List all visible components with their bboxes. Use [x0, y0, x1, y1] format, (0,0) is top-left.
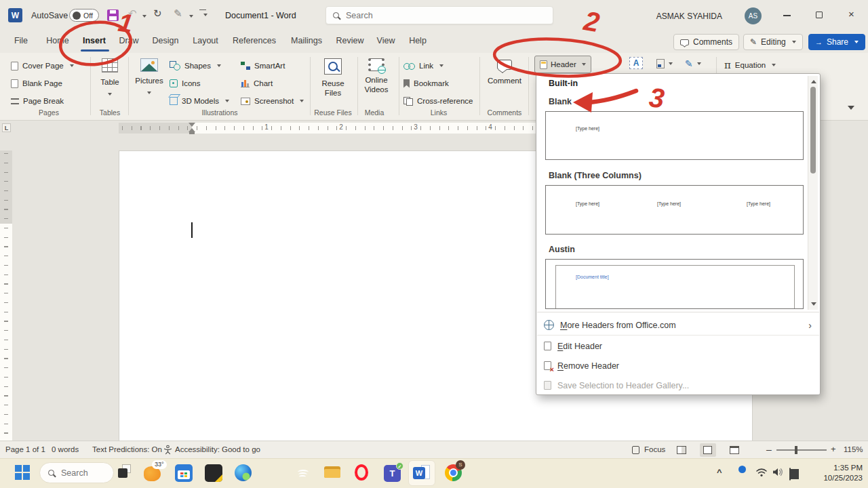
pen-chevron-icon[interactable] — [189, 15, 193, 18]
redo-icon[interactable]: ↻ — [153, 7, 162, 20]
table-button[interactable]: Table — [94, 58, 126, 98]
signature-line-button[interactable]: ✎ — [685, 58, 701, 69]
edge-icon[interactable] — [235, 464, 252, 481]
scroll-down-icon[interactable] — [811, 302, 816, 306]
speaker-icon[interactable] — [772, 467, 783, 477]
equation-button[interactable]: π Equation — [724, 57, 776, 73]
scrollbar-thumb[interactable] — [810, 87, 816, 174]
scroll-up-icon[interactable] — [811, 80, 816, 83]
comment-button[interactable]: Comment — [484, 60, 526, 85]
zoom-in-button[interactable]: + — [831, 444, 836, 454]
tab-file[interactable]: File — [14, 36, 28, 45]
shapes-button[interactable]: Shapes — [170, 57, 229, 75]
cover-page-button[interactable]: Cover Page — [11, 57, 87, 75]
editing-mode-button[interactable]: ✎ Editing — [743, 34, 803, 50]
search-input[interactable] — [344, 10, 546, 21]
text-predictions-status[interactable]: Text Predictions: On — [92, 445, 162, 453]
first-line-indent-marker[interactable] — [189, 123, 195, 127]
zoom-slider-thumb[interactable] — [795, 446, 797, 454]
collapse-ribbon-chevron-icon[interactable] — [848, 106, 854, 110]
save-icon[interactable] — [107, 9, 119, 21]
word-taskbar-icon[interactable]: W — [413, 467, 425, 479]
remove-header-label: emove Header — [564, 361, 619, 371]
tab-home[interactable]: Home — [46, 36, 68, 45]
opera-icon[interactable] — [355, 464, 368, 481]
more-headers-mnemonic: M — [560, 321, 567, 330]
avatar[interactable]: AS — [745, 7, 762, 24]
page-indicator[interactable]: Page 1 of 1 — [5, 445, 45, 453]
gallery-scrollbar[interactable] — [808, 76, 818, 310]
tray-expand-icon[interactable]: ^ — [717, 467, 722, 477]
cross-reference-button[interactable]: Cross-reference — [403, 92, 473, 110]
teams-icon[interactable]: T ✓ — [384, 465, 401, 482]
zoom-slider-track[interactable] — [776, 449, 827, 451]
zoom-percentage[interactable]: 115% — [844, 445, 863, 453]
menu-item-more-headers[interactable]: More Headers from Office.com › — [536, 315, 820, 335]
tab-layout[interactable]: Layout — [193, 36, 218, 45]
tab-design[interactable]: Design — [153, 36, 179, 45]
icons-button[interactable]: Icons — [170, 75, 229, 92]
reuse-files-button[interactable]: ReuseFiles — [315, 58, 351, 98]
comments-button[interactable]: Comments — [673, 34, 739, 50]
taskbar-clock[interactable]: 1:35 PM 10/25/2023 — [811, 463, 863, 483]
text-box-button[interactable]: A — [629, 57, 643, 69]
quick-parts-button[interactable] — [656, 59, 673, 68]
tab-draw[interactable]: Draw — [119, 36, 138, 45]
tab-help[interactable]: Help — [409, 36, 427, 45]
pictures-button[interactable]: Pictures — [132, 58, 166, 97]
restore-icon[interactable] — [816, 12, 823, 18]
chrome-profile-icon[interactable]: S — [445, 464, 462, 481]
tab-references[interactable]: References — [233, 36, 276, 45]
link-button[interactable]: Link — [403, 57, 473, 75]
left-indent-marker[interactable] — [189, 132, 195, 134]
tab-view[interactable]: View — [377, 36, 395, 45]
smartart-button[interactable]: SmartArt — [241, 57, 304, 75]
close-icon[interactable]: × — [848, 8, 854, 20]
wifi-icon[interactable] — [755, 468, 768, 477]
gallery-item-blank[interactable] — [545, 111, 804, 160]
tab-insert[interactable]: Insert — [83, 36, 106, 45]
3d-models-button[interactable]: 3D Models — [170, 92, 229, 110]
table-chevron-icon — [108, 93, 112, 96]
task-view-icon[interactable] — [118, 468, 127, 478]
gallery-item-three-columns[interactable] — [545, 185, 804, 235]
word-count[interactable]: 0 words — [52, 445, 79, 453]
vertical-ruler-ticks — [4, 153, 8, 438]
focus-button[interactable]: Focus — [644, 445, 665, 453]
tab-selector[interactable]: L — [2, 123, 11, 132]
chart-button[interactable]: Chart — [241, 75, 304, 92]
qat-overflow-chevron-icon[interactable] — [203, 14, 208, 16]
header-button[interactable]: Header — [534, 56, 591, 73]
print-layout-icon[interactable] — [703, 446, 712, 454]
microsoft-store-icon[interactable] — [175, 464, 193, 482]
menu-item-remove-header[interactable]: Remove Header — [536, 356, 820, 375]
battery-icon[interactable] — [789, 468, 791, 481]
zoom-out-button[interactable]: – — [766, 444, 772, 455]
web-layout-icon[interactable] — [730, 446, 739, 454]
tab-review[interactable]: Review — [336, 36, 364, 45]
titlebar-search-box[interactable] — [326, 6, 553, 24]
share-button[interactable]: → Share — [808, 34, 865, 50]
notebook-app-icon[interactable] — [205, 464, 222, 482]
taskbar-search-box[interactable] — [39, 462, 114, 483]
read-mode-icon[interactable] — [677, 446, 686, 454]
file-explorer-icon[interactable] — [324, 469, 340, 478]
screenshot-button[interactable]: Screenshot — [241, 92, 304, 110]
customize-pen-icon[interactable]: ✎ — [174, 7, 182, 20]
vertical-ruler[interactable] — [0, 136, 12, 441]
blank-page-button[interactable]: Blank Page — [11, 75, 87, 92]
taskbar-search-input[interactable] — [60, 468, 105, 479]
start-button-icon[interactable] — [15, 465, 30, 480]
accessibility-status[interactable]: Accessibility: Good to go — [175, 445, 260, 453]
minimize-icon[interactable] — [783, 15, 791, 16]
bookmark-button[interactable]: Bookmark — [403, 75, 473, 92]
undo-icon[interactable]: ↶ — [128, 7, 137, 20]
undo-chevron-icon[interactable] — [142, 15, 146, 18]
autosave-toggle[interactable]: Off — [69, 9, 99, 22]
globe-icon — [544, 320, 554, 330]
online-videos-button[interactable]: OnlineVideos — [359, 58, 393, 94]
menu-item-edit-header[interactable]: Edit Header — [536, 336, 820, 356]
gallery-item-austin[interactable] — [545, 259, 804, 309]
page-break-button[interactable]: Page Break — [11, 92, 87, 110]
tab-mailings[interactable]: Mailings — [291, 36, 322, 45]
